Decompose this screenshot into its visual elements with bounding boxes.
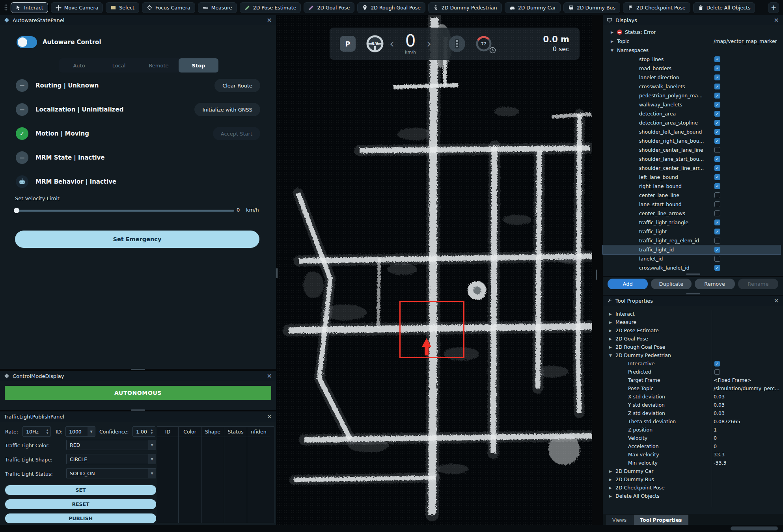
namespace-checkbox[interactable]: ✓: [714, 229, 720, 234]
collapsed-arrow-icon[interactable]: ▶: [609, 320, 615, 324]
prop-2d-rough-goal-pose[interactable]: ▶2D Rough Goal Pose: [603, 343, 783, 351]
tool-2d-dummy-bus[interactable]: 2D Dummy Bus: [563, 2, 620, 13]
namespace-row-detection-area[interactable]: detection_area✓: [603, 109, 781, 118]
tool-2d-rough-goal-pose[interactable]: 2D Rough Goal Pose: [357, 2, 425, 13]
autonomous-mode-button[interactable]: AUTONOMOUS: [5, 386, 271, 400]
namespace-checkbox[interactable]: ✓: [714, 93, 720, 99]
prop-target-frame[interactable]: Target Frame<Fixed Frame>: [603, 376, 783, 384]
panel-splitter-handle[interactable]: [686, 293, 700, 294]
namespace-row-lanelet-direction[interactable]: lanelet direction✓: [603, 73, 781, 82]
prop-z-std-deviation[interactable]: Z std deviation0.03: [603, 409, 783, 417]
collapsed-arrow-icon[interactable]: ▶: [609, 486, 615, 490]
color-select[interactable]: RED ▼: [66, 440, 156, 450]
publish-button[interactable]: PUBLISH: [5, 513, 156, 523]
panel-splitter-handle[interactable]: [686, 273, 700, 275]
collapsed-arrow-icon[interactable]: ▶: [609, 337, 615, 341]
duplicate-button[interactable]: Duplicate: [651, 279, 691, 289]
namespace-row-traffic-light-triangle[interactable]: traffic_light_triangle✓: [603, 218, 781, 227]
namespace-row-shoulder-right-lane-bou[interactable]: shoulder_right_lane_bou...✓: [603, 136, 781, 145]
namespace-checkbox[interactable]: ✓: [714, 111, 720, 117]
namespace-checkbox[interactable]: [714, 201, 720, 207]
reset-button[interactable]: RESET: [5, 499, 156, 509]
prop-value[interactable]: 0: [714, 443, 717, 449]
namespace-checkbox[interactable]: ✓: [714, 84, 720, 89]
namespace-row-crosswalk-lanelet-id[interactable]: crosswalk_lanelet_id✓: [603, 263, 781, 272]
mode-local[interactable]: Local: [99, 58, 139, 73]
namespace-row-left-lane-bound[interactable]: left_lane_bound✓: [603, 173, 781, 182]
panel-splitter-handle[interactable]: [131, 369, 145, 370]
prop-interact[interactable]: ▶Interact: [603, 310, 783, 318]
collapsed-arrow-icon[interactable]: ▶: [609, 329, 615, 333]
mode-auto[interactable]: Auto: [59, 58, 99, 73]
mode-remote[interactable]: Remote: [139, 58, 179, 73]
prop-pose-topic[interactable]: Pose Topic/simulation/dummy_perce...: [603, 384, 783, 392]
namespace-checkbox[interactable]: ✓: [714, 138, 720, 144]
prop-delete-all-objects[interactable]: ▶Delete All Objects: [603, 492, 783, 500]
namespace-checkbox[interactable]: ✓: [714, 165, 720, 171]
set-button[interactable]: SET: [5, 485, 156, 495]
prop-value[interactable]: -33.3: [714, 460, 726, 466]
namespace-checkbox[interactable]: ✓: [714, 183, 720, 189]
namespace-checkbox[interactable]: ✓: [714, 219, 720, 225]
add-button[interactable]: Add: [608, 279, 648, 289]
prop-value[interactable]: 0.03: [714, 394, 725, 400]
prop-measure[interactable]: ▶Measure: [603, 318, 783, 326]
namespace-checkbox[interactable]: ✓: [714, 102, 720, 108]
prop-interactive[interactable]: Interactive✓: [603, 359, 783, 368]
tab-views[interactable]: Views: [606, 515, 633, 525]
namespace-row-road-borders[interactable]: road_borders✓: [603, 64, 781, 73]
tool-interact[interactable]: Interact: [11, 2, 48, 13]
namespace-row-shoulder-center-line-arr[interactable]: shoulder_center_line_arr...✓: [603, 164, 781, 173]
namespace-row-walkway-lanelets[interactable]: walkway_lanelets✓: [603, 100, 781, 109]
expanded-arrow-icon[interactable]: ▼: [609, 353, 615, 357]
tool-2d-dummy-pedestrian[interactable]: 2D Dummy Pedestrian: [428, 2, 502, 13]
namespace-row-traffic-light[interactable]: traffic_light✓: [603, 227, 781, 236]
namespace-checkbox[interactable]: ✓: [714, 265, 720, 271]
panel-splitter-handle[interactable]: [131, 409, 145, 411]
namespace-checkbox[interactable]: [714, 147, 720, 153]
namespace-row-shoulder-lane-start-bou[interactable]: shoulder_lane_start_bou...✓: [603, 154, 781, 164]
namespace-row-right-lane-bound[interactable]: right_lane_bound✓: [603, 182, 781, 191]
prop-x-std-deviation[interactable]: X std deviation0.03: [603, 392, 783, 401]
remove-button[interactable]: Remove: [695, 279, 735, 289]
topic-row[interactable]: ▶ Topic /map/vector_map_marker: [603, 37, 781, 46]
mode-stop[interactable]: Stop: [179, 58, 218, 73]
prop-max-velocity[interactable]: Max velocity33.3: [603, 450, 783, 459]
prop-2d-dummy-bus[interactable]: ▶2D Dummy Bus: [603, 475, 783, 484]
namespace-row-traffic-light-reg-elem-id[interactable]: traffic_light_reg_elem_id: [603, 236, 781, 245]
close-icon[interactable]: ×: [267, 17, 272, 23]
prop-min-velocity[interactable]: Min velocity-33.3: [603, 459, 783, 467]
tool-2d-checkpoint-pose[interactable]: 2D Checkpoint Pose: [623, 2, 690, 13]
map-viewport[interactable]: P N/A ‹ 0 km/h › 72: [276, 15, 592, 525]
initialize-with-gnss-button[interactable]: Initialize with GNSS: [194, 103, 260, 116]
namespace-row-crosswalk-lanelets[interactable]: crosswalk_lanelets✓: [603, 82, 781, 91]
tool-move-camera[interactable]: Move Camera: [51, 2, 103, 13]
expanded-arrow-icon[interactable]: ▼: [611, 48, 617, 52]
confidence-input[interactable]: 1.00 ▲▼: [132, 426, 155, 437]
namespaces-row[interactable]: ▼ Namespaces: [603, 46, 781, 55]
namespace-row-stop-lines[interactable]: stop_lines✓: [603, 55, 781, 64]
close-icon[interactable]: ×: [267, 413, 272, 420]
collapsed-arrow-icon[interactable]: ▶: [609, 312, 615, 316]
namespace-checkbox[interactable]: [714, 238, 720, 244]
namespace-row-center-line-arrows[interactable]: center_line_arrows: [603, 209, 781, 218]
prop-2d-pose-estimate[interactable]: ▶2D Pose Estimate: [603, 326, 783, 335]
tool-2d-goal-pose[interactable]: 2D Goal Pose: [304, 2, 354, 13]
namespace-checkbox[interactable]: ✓: [714, 174, 720, 180]
set-emergency-button[interactable]: Set Emergency: [15, 231, 259, 248]
namespace-checkbox[interactable]: ✓: [714, 74, 720, 80]
namespace-checkbox[interactable]: [714, 256, 720, 262]
spinner-arrows-icon[interactable]: ▲▼: [44, 428, 50, 435]
namespace-row-lanelet-id[interactable]: lanelet_id: [603, 254, 781, 263]
collapsed-arrow-icon[interactable]: ▶: [609, 469, 615, 473]
accept-start-button[interactable]: Accept Start: [213, 127, 260, 140]
prop-value[interactable]: 0: [714, 435, 717, 441]
id-combo[interactable]: 1000 ▼: [65, 426, 95, 437]
tool-select[interactable]: Select: [106, 2, 139, 13]
namespace-row-shoulder-left-lane-bound[interactable]: shoulder_left_lane_bound✓: [603, 127, 781, 136]
namespace-checkbox[interactable]: ✓: [714, 156, 720, 162]
prop-2d-dummy-pedestrian[interactable]: ▼2D Dummy Pedestrian: [603, 351, 783, 359]
collapsed-arrow-icon[interactable]: ▶: [609, 478, 615, 482]
collapsed-arrow-icon[interactable]: ▶: [609, 345, 615, 349]
tool-2d-pose-estimate[interactable]: 2D Pose Estimate: [240, 2, 301, 13]
